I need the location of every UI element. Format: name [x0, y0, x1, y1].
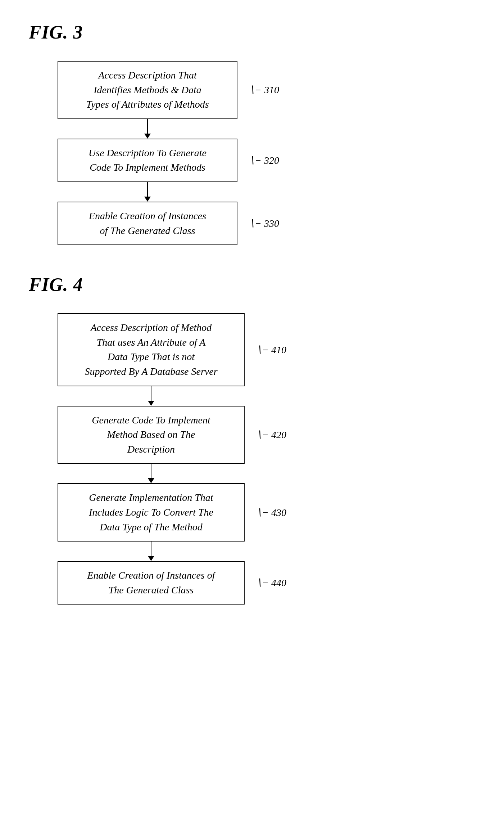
fig3-arrow-2: [58, 182, 237, 202]
fig4-arrow-line-3: [151, 542, 152, 556]
fig3-arrow-1: [58, 119, 237, 139]
figure-4-section: FIG. 4 Access Description of MethodThat …: [29, 274, 475, 605]
fig4-text-440: Enable Creation of Instances ofThe Gener…: [87, 570, 215, 596]
fig4-box-440: Enable Creation of Instances ofThe Gener…: [58, 561, 245, 605]
fig4-arrow-2: [58, 464, 245, 483]
fig4-arrowhead-1: [148, 401, 154, 406]
fig3-text-330: Enable Creation of Instancesof The Gener…: [89, 210, 206, 236]
fig3-step-310: Access Description ThatIdentifies Method…: [58, 61, 279, 119]
figure-3-section: FIG. 3 Access Description ThatIdentifies…: [29, 22, 475, 245]
page-container: FIG. 3 Access Description ThatIdentifies…: [0, 0, 504, 813]
fig4-arrow-line-2: [151, 464, 152, 478]
fig3-box-330: Enable Creation of Instancesof The Gener…: [58, 202, 237, 245]
fig3-title: FIG. 3: [29, 22, 475, 43]
fig4-arrow-down-3: [148, 542, 154, 561]
fig4-step-420: Generate Code To ImplementMethod Based o…: [58, 406, 286, 464]
fig3-arrow-down-1: [144, 119, 151, 139]
fig4-title: FIG. 4: [29, 274, 475, 295]
fig4-text-420: Generate Code To ImplementMethod Based o…: [92, 414, 210, 455]
fig3-label-310: ∖− 310: [248, 84, 279, 96]
fig3-arrow-line-1: [147, 119, 148, 134]
fig4-label-410: ∖− 410: [255, 344, 286, 356]
fig3-arrowhead-2: [144, 197, 151, 202]
fig4-arrow-down-2: [148, 464, 154, 483]
fig4-arrow-1: [58, 386, 245, 406]
fig4-arrow-down-1: [148, 386, 154, 406]
fig3-arrow-down-2: [144, 182, 151, 202]
fig4-arrowhead-2: [148, 478, 154, 483]
fig4-label-440: ∖− 440: [255, 577, 286, 589]
fig4-arrow-line-1: [151, 386, 152, 401]
fig3-arrowhead-1: [144, 134, 151, 139]
fig3-label-320: ∖− 320: [248, 154, 279, 166]
fig3-text-310: Access Description ThatIdentifies Method…: [86, 69, 209, 110]
fig3-label-330: ∖− 330: [248, 217, 279, 229]
fig4-box-410: Access Description of MethodThat uses An…: [58, 313, 245, 386]
fig3-step-320: Use Description To GenerateCode To Imple…: [58, 139, 279, 182]
fig4-box-430: Generate Implementation ThatIncludes Log…: [58, 483, 245, 542]
fig4-box-420: Generate Code To ImplementMethod Based o…: [58, 406, 245, 464]
fig3-box-320: Use Description To GenerateCode To Imple…: [58, 139, 237, 182]
fig4-flowchart: Access Description of MethodThat uses An…: [58, 313, 475, 605]
fig3-step-330: Enable Creation of Instancesof The Gener…: [58, 202, 279, 245]
fig4-arrowhead-3: [148, 556, 154, 561]
fig4-label-430: ∖− 430: [255, 507, 286, 518]
fig4-text-430: Generate Implementation ThatIncludes Log…: [89, 492, 213, 532]
fig4-label-420: ∖− 420: [255, 429, 286, 441]
fig4-arrow-3: [58, 542, 245, 561]
fig4-text-410: Access Description of MethodThat uses An…: [85, 322, 217, 377]
fig4-step-430: Generate Implementation ThatIncludes Log…: [58, 483, 286, 542]
fig3-arrow-line-2: [147, 182, 148, 197]
fig3-box-310: Access Description ThatIdentifies Method…: [58, 61, 237, 119]
fig3-text-320: Use Description To GenerateCode To Imple…: [88, 147, 206, 173]
fig3-flowchart: Access Description ThatIdentifies Method…: [58, 61, 475, 245]
fig4-step-440: Enable Creation of Instances ofThe Gener…: [58, 561, 286, 605]
fig4-step-410: Access Description of MethodThat uses An…: [58, 313, 286, 386]
